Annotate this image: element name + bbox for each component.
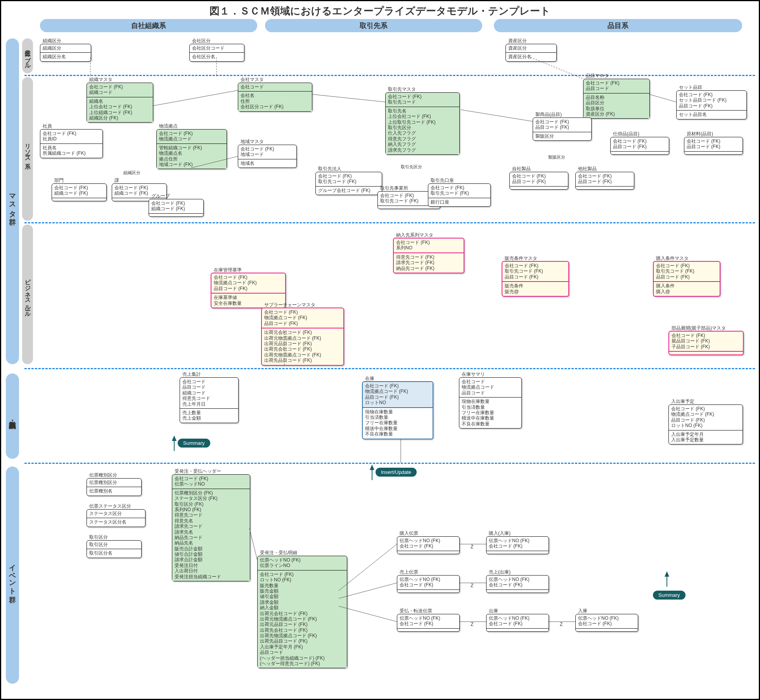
entity-torihikisaki-master: 取引先マスタ 会社コード (FK) 取引先コード 取引先名 上位会社コード (F… <box>385 92 460 155</box>
divider-resource-bizrule <box>24 222 755 223</box>
pill-insert-update: Insert/Update <box>376 468 417 477</box>
band-events: イベント群 <box>6 467 19 684</box>
entity-juhacchu-header: 受発注・受払ヘッダー 会社コード (FK) 伝票ヘッドNO 伝票種別区分 (FK… <box>172 474 250 581</box>
diagram-canvas: 図１．ＳＣＭ領域におけるエンタープライズデータモデル・テンプレート 自社組織系 … <box>0 0 760 700</box>
entity-set-hinmoku: セット品目 会社コード (FK) セット品目コード (FK) 品目コード (FK… <box>676 90 747 119</box>
svg-line-5 <box>461 110 533 121</box>
entity-torihikisaki-hojin: 取引先法人 会社コード (FK) 取引先コード (FK) グループ会社コード (… <box>315 172 382 195</box>
entity-juhacchu-meisai: 受発注・受払明細 伝票ヘッドNO (FK) 伝票ラインNO 会社コード (FK)… <box>257 556 347 668</box>
entity-title: 組織区分 <box>43 38 61 43</box>
entity-uriage-shukko: 売上(出庫) 伝票ヘッドNO (FK) 会社コード (FK) <box>486 575 549 593</box>
entity-zaiko-summary: 在庫サマリ 会社コード 物流拠点コード 品目コード 現物在庫数量 引当済数量 フ… <box>459 377 522 429</box>
entity-zaiko: 在庫 会社コード (FK) 物流拠点コード (FK) 品目コード (FK) ロッ… <box>362 381 433 439</box>
diagram-title: 図１．ＳＣＭ領域におけるエンタープライズデータモデル・テンプレート <box>1 4 759 18</box>
entity-shisan-kubun: 資産区分 資産区分 資産区分名 <box>506 44 557 62</box>
entity-nyuko: 入庫 伝票ヘッドNO (FK) 会社コード (FK) <box>575 614 638 632</box>
pill-summary-1: Summary <box>178 439 210 448</box>
entity-hinmoku-master: 品目マスタ 会社コード (FK) 品目コード 品目名称 品目区分 取扱単位 資産… <box>583 79 650 119</box>
arrow-insert-update <box>370 465 374 470</box>
band-master-group: マスタ群 <box>6 38 19 364</box>
svg-line-6 <box>649 94 676 102</box>
entity-hanbai-joken: 販売条件マスタ 会社コード (FK) 取引先コード (FK) 品目コード (FK… <box>502 261 569 297</box>
entity-genzairyo: 原材料(品目) 会社コード (FK) 品目コード (FK) <box>684 137 743 155</box>
col-header-jisha: 自社組織系 <box>40 19 257 32</box>
col-header-hinmoku: 品目系 <box>494 19 742 32</box>
entity-soshiki-master: 組織マスタ 会社コード (FK) 組織コード 組織名 上位会社コード (FK) … <box>87 83 153 123</box>
svg-line-12 <box>339 583 397 598</box>
svg-line-13 <box>339 606 397 622</box>
band-business-rule: ビジネスルール <box>22 225 33 364</box>
entity-seizohin: 製商品(品目) 会社コード (FK) 品目コード (FK) 製販区分 <box>533 118 592 141</box>
entity-chiiki-master: 地域マスタ 会社コード (FK) 地域コード 地域名 <box>238 145 297 168</box>
entity-group: グループ 会社コード (FK) 組織コード (FK) <box>149 199 204 217</box>
col-header-torihiki: 取引先系 <box>265 19 482 32</box>
band-kubun-table: 区分テーブル <box>22 38 33 73</box>
entity-denpyo-status: 伝票ステータス区分 ステータス区分 ステータス区分名 <box>87 509 145 527</box>
entity-supply-chain-master: サプラーチェーンマスタ 会社コード (FK) 物流拠点コード (FK) 品目コー… <box>261 308 344 366</box>
arrow-summary-2 <box>665 571 669 577</box>
svg-line-3 <box>152 90 238 106</box>
entity-konyu-joken: 購入条件マスタ 会社コード (FK) 取引先コード (FK) 品目コード (FK… <box>653 261 720 297</box>
entity-shukko: 出庫 伝票ヘッドNO (FK) 会社コード (FK) <box>486 614 549 632</box>
entity-bumon: 部門 会社コード (FK) 組織コード (FK) <box>52 183 107 201</box>
entity-shain: 社員 会社コード (FK) 社員ID 社員名 所属組織コード (FK) <box>40 129 103 158</box>
entity-uriage-denpyo: 売上伝票 伝票ヘッドNO (FK) 会社コード (FK) <box>397 575 460 593</box>
arrow-summary-1 <box>172 436 177 441</box>
entity-ukeharai-tensou: 受払・転送伝票 伝票ヘッドNO (FK) 会社コード (FK) <box>397 614 460 632</box>
entity-uriage-shukei: 売上集計 会社コード 品目コード 組織コード 得意先コード 売上年月日 売上数量… <box>180 377 239 423</box>
entity-nyushukko-yotei: 入出庫予定 会社コード (FK) 物流拠点コード (FK) 品目コード (FK)… <box>668 404 743 444</box>
divider-kubun-resource <box>24 75 755 76</box>
z-mark-1: Z <box>471 544 473 550</box>
z-mark-3: Z <box>471 622 473 627</box>
label-torihikisaki-kubun: 取引先区分 <box>401 164 422 170</box>
entity-torihikisaki-koza: 取引先口座 会社コード (FK) 取引先コード (FK) 銀行口座 <box>428 183 491 207</box>
label-soshiki-kubun: 組織区分 <box>123 170 140 176</box>
entity-konyu-nyuko: 購入(入庫) 伝票ヘッドNO (FK) 会社コード (FK) <box>486 536 549 554</box>
entity-butsuryu-kyoten: 物流拠点 会社コード (FK) 物流拠点コード 管轄組織コード (FK) 物流拠… <box>156 129 227 169</box>
band-balance: 残高・集約群 <box>6 373 19 459</box>
entity-soshiki-kubun: 組織区分 組織区分 組織区分名 <box>40 44 91 62</box>
entity-shikakehin: 仕掛品(品目) 会社コード (FK) 品目コード (FK) <box>610 137 669 155</box>
divider-master-balance <box>24 368 755 369</box>
z-mark-2: Z <box>471 583 473 588</box>
entity-konyu-denpyo: 購入伝票 伝票ヘッドNO (FK) 会社コード (FK) <box>397 536 460 554</box>
svg-line-10 <box>249 529 257 560</box>
entity-tasha-seihin: 他社製品 会社コード (FK) 品目コード (FK) <box>575 172 634 190</box>
entity-kaisha-kubun: 会社区分 会社区分コード 会社区分名 <box>189 44 244 62</box>
entity-denpyo-shubetsu: 伝票種別区分 伝票種別区分 伝票種別名 <box>87 478 142 496</box>
entity-buhin-tenkai: 部品展開(親子部品)マスタ 会社コード (FK) 親品目コード (FK) 子品目… <box>668 331 744 355</box>
band-resource: リソース系 <box>22 77 33 221</box>
entity-jisha-seihin: 自社製品 会社コード (FK) 品目コード (FK) <box>509 172 568 190</box>
svg-line-4 <box>312 94 385 102</box>
entity-torihiki-kubun: 取引区分 取引区分 取引区分名 <box>87 540 142 558</box>
label-seizo-kubun: 製販区分 <box>548 154 565 160</box>
z-mark-4: Z <box>560 622 563 627</box>
divider-balance-events <box>24 463 755 464</box>
svg-line-11 <box>339 544 397 591</box>
pill-summary-2: Summary <box>653 591 686 600</box>
entity-kaisha-master: 会社マスタ 会社コード 会社名 住所 会社区分コード (FK) <box>238 83 312 112</box>
entity-nounyusaki-keiretsu: 納入先系列マスタ 会社コード (FK) 系列NO 得意先コード (FK) 請求先… <box>393 238 464 273</box>
